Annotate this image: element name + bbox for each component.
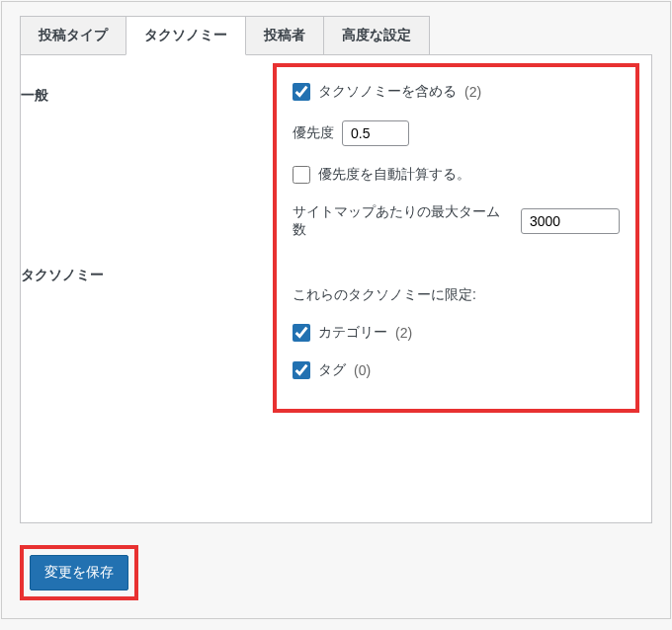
- field-limit-taxonomies: これらのタクソノミーに限定:: [293, 286, 620, 304]
- field-priority: 優先度: [293, 120, 620, 146]
- field-tags: タグ (0): [293, 361, 620, 379]
- settings-fields: タクソノミーを含める (2) 優先度 優先度を自動計算する。 サイトマップあたり…: [273, 55, 651, 522]
- label-categories: カテゴリー: [318, 324, 387, 342]
- tab-advanced[interactable]: 高度な設定: [323, 16, 430, 55]
- tab-post-types[interactable]: 投稿タイプ: [20, 16, 126, 55]
- count-tags: (0): [354, 362, 371, 378]
- settings-page: 投稿タイプ タクソノミー 投稿者 高度な設定 一般 タクソノミー タクソノミーを…: [1, 1, 671, 619]
- label-priority: 優先度: [293, 124, 334, 142]
- checkbox-categories[interactable]: [293, 324, 310, 342]
- checkbox-auto-priority[interactable]: [293, 166, 310, 184]
- tab-taxonomies[interactable]: タクソノミー: [126, 16, 246, 55]
- label-limit-taxonomies: これらのタクソノミーに限定:: [293, 286, 476, 304]
- highlighted-settings: タクソノミーを含める (2) 優先度 優先度を自動計算する。 サイトマップあたり…: [273, 63, 639, 413]
- field-max-terms: サイトマップあたりの最大ターム数: [293, 203, 620, 239]
- tab-list: 投稿タイプ タクソノミー 投稿者 高度な設定: [20, 16, 652, 55]
- checkbox-tags[interactable]: [293, 361, 310, 379]
- label-max-terms: サイトマップあたりの最大ターム数: [293, 203, 513, 239]
- input-priority[interactable]: [342, 120, 409, 146]
- section-label-taxonomy: タクソノミー: [21, 267, 255, 284]
- count-include: (2): [464, 84, 481, 100]
- field-include-taxonomies: タクソノミーを含める (2): [293, 83, 620, 101]
- tab-authors[interactable]: 投稿者: [245, 16, 324, 55]
- save-button[interactable]: 変更を保存: [30, 555, 128, 591]
- label-tags: タグ: [318, 361, 346, 379]
- count-categories: (2): [395, 325, 412, 341]
- field-categories: カテゴリー (2): [293, 324, 620, 342]
- section-label-general: 一般: [21, 87, 255, 105]
- checkbox-include-taxonomies[interactable]: [293, 83, 310, 101]
- input-max-terms[interactable]: [521, 208, 620, 234]
- settings-panel: 一般 タクソノミー タクソノミーを含める (2) 優先度 優先度を自動計算する。: [20, 54, 652, 523]
- row-labels: 一般 タクソノミー: [21, 55, 273, 522]
- label-auto-priority: 優先度を自動計算する。: [318, 166, 470, 184]
- field-auto-priority: 優先度を自動計算する。: [293, 166, 620, 184]
- label-include-taxonomies: タクソノミーを含める: [318, 83, 457, 101]
- save-highlight: 変更を保存: [20, 545, 138, 600]
